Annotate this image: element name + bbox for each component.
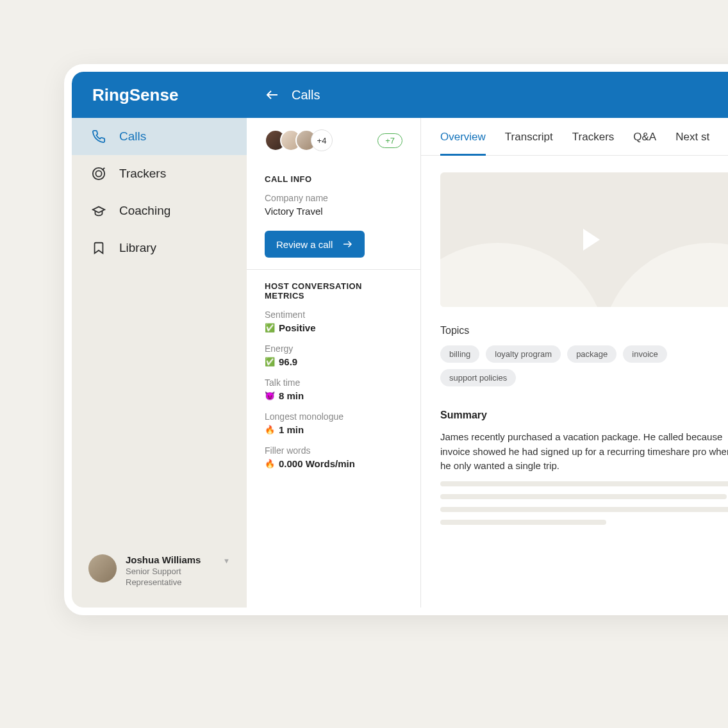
- sidebar-item-label: Library: [119, 241, 156, 255]
- sidebar-item-calls[interactable]: Calls: [72, 118, 247, 155]
- metric-sentiment: Sentiment ✅ Positive: [265, 310, 402, 333]
- tab-qa[interactable]: Q&A: [633, 131, 656, 155]
- sidebar: RingSense Calls Trackers Coaching: [72, 72, 247, 608]
- review-call-button[interactable]: Review a call: [265, 231, 365, 258]
- user-profile[interactable]: Joshua Williams Senior Support Represent…: [72, 542, 247, 608]
- sidebar-item-label: Coaching: [119, 204, 170, 218]
- metric-talk-time: Talk time 😈 8 min: [265, 377, 402, 401]
- user-info: Joshua Williams Senior Support Represent…: [126, 554, 214, 588]
- call-info-section: CALL INFO Company name Victory Travel Re…: [247, 163, 420, 270]
- skeleton-line: [440, 520, 606, 525]
- tabs: Overview Transcript Trackers Q&A Next st: [421, 118, 728, 156]
- topic-chip[interactable]: support policies: [440, 369, 516, 386]
- sidebar-header: RingSense: [72, 72, 247, 118]
- skeleton-line: [440, 507, 728, 512]
- metric-value: 8 min: [279, 390, 304, 401]
- metric-value: Positive: [279, 322, 316, 333]
- count-badge: +7: [377, 133, 402, 148]
- section-title: HOST CONVERSATION METRICS: [265, 281, 402, 301]
- fire-icon: 🔥: [265, 459, 275, 469]
- topics-title: Topics: [440, 325, 728, 336]
- metric-label: Energy: [265, 343, 402, 354]
- chevron-down-icon: ▼: [223, 557, 230, 565]
- metric-value: 0.000 Words/min: [279, 458, 355, 469]
- sidebar-item-label: Trackers: [119, 167, 166, 181]
- metric-energy: Energy ✅ 96.9: [265, 343, 402, 367]
- metric-value: 96.9: [279, 356, 297, 367]
- video-player[interactable]: [440, 172, 728, 307]
- sidebar-item-library[interactable]: Library: [72, 229, 247, 267]
- brand-logo: RingSense: [92, 85, 178, 105]
- topic-chips: billing loyalty program package invoice …: [440, 345, 728, 386]
- metric-filler: Filler words 🔥 0.000 Words/min: [265, 445, 402, 469]
- sidebar-item-trackers[interactable]: Trackers: [72, 155, 247, 192]
- details-panel: Overview Transcript Trackers Q&A Next st…: [421, 118, 728, 608]
- back-button[interactable]: [265, 87, 280, 103]
- company-label: Company name: [265, 193, 402, 203]
- play-icon: [583, 229, 600, 251]
- metric-value: 1 min: [279, 424, 304, 435]
- metric-label: Sentiment: [265, 310, 402, 320]
- devil-icon: 😈: [265, 391, 275, 401]
- top-header: Calls: [247, 72, 728, 118]
- metric-label: Talk time: [265, 377, 402, 388]
- topic-chip[interactable]: package: [567, 345, 616, 363]
- topic-chip[interactable]: loyalty program: [486, 345, 561, 363]
- target-icon: [91, 166, 106, 181]
- graduation-cap-icon: [91, 203, 106, 219]
- topic-chip[interactable]: invoice: [623, 345, 666, 363]
- sidebar-item-coaching[interactable]: Coaching: [72, 192, 247, 229]
- tab-trackers[interactable]: Trackers: [572, 131, 615, 155]
- participant-avatars: +4: [265, 129, 333, 151]
- arrow-right-icon: [342, 238, 353, 250]
- avatar: [88, 554, 117, 583]
- svg-point-1: [95, 170, 101, 176]
- phone-icon: [91, 129, 106, 144]
- bookmark-icon: [91, 240, 106, 256]
- fire-icon: 🔥: [265, 425, 275, 435]
- summary-title: Summary: [440, 410, 728, 421]
- section-title: CALL INFO: [265, 174, 402, 184]
- metric-monologue: Longest monologue 🔥 1 min: [265, 411, 402, 435]
- main: Calls +4 +7 CALL INFO Company name Victo…: [247, 72, 728, 608]
- tab-next-steps[interactable]: Next st: [675, 131, 709, 155]
- page-title: Calls: [292, 88, 320, 103]
- metric-label: Filler words: [265, 445, 402, 456]
- info-panel: +4 +7 CALL INFO Company name Victory Tra…: [247, 118, 421, 608]
- review-button-label: Review a call: [276, 239, 333, 250]
- participants-row: +4 +7: [247, 118, 420, 163]
- user-role: Senior Support Representative: [126, 567, 214, 588]
- metric-label: Longest monologue: [265, 411, 402, 422]
- company-value: Victory Travel: [265, 206, 402, 217]
- sidebar-nav: Calls Trackers Coaching Library: [72, 118, 247, 542]
- participant-overflow[interactable]: +4: [311, 129, 333, 151]
- metrics-section: HOST CONVERSATION METRICS Sentiment ✅ Po…: [247, 270, 420, 491]
- topic-chip[interactable]: billing: [440, 345, 479, 363]
- tab-transcript[interactable]: Transcript: [505, 131, 553, 155]
- skeleton-line: [440, 481, 728, 486]
- sidebar-item-label: Calls: [119, 129, 146, 144]
- check-icon: ✅: [265, 323, 275, 333]
- summary-text: James recently purchased a vacation pack…: [440, 430, 728, 474]
- user-name: Joshua Williams: [126, 554, 214, 565]
- check-icon: ✅: [265, 357, 275, 367]
- skeleton-line: [440, 494, 727, 499]
- svg-line-2: [103, 168, 105, 170]
- tab-overview[interactable]: Overview: [440, 131, 486, 156]
